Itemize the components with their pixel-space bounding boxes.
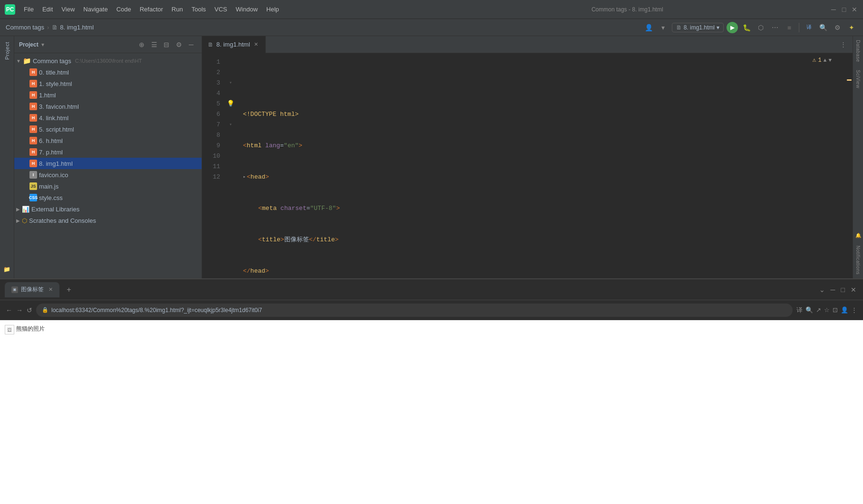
menu-refactor[interactable]: Refactor: [136, 4, 167, 14]
browser-close-button[interactable]: ✕: [849, 285, 858, 295]
browser-menu-button[interactable]: ⋮: [851, 306, 857, 314]
fold-arrow-icon[interactable]: ▸: [243, 172, 246, 182]
tree-file-7[interactable]: H 7. p.html: [14, 146, 202, 158]
translate-page-button[interactable]: 译: [796, 306, 803, 314]
code-line-6: </head>: [243, 266, 838, 276]
address-bar[interactable]: 🔒 localhost:63342/Common%20tags/8.%20img…: [36, 304, 793, 317]
coverage-button[interactable]: ⬡: [755, 22, 766, 33]
project-title-row: Project ▾: [19, 41, 134, 48]
warning-nav-up[interactable]: ▲: [824, 55, 827, 66]
browser-minimize-button[interactable]: ─: [829, 285, 837, 295]
menu-window[interactable]: Window: [232, 4, 262, 14]
line-num-3: 3: [202, 78, 220, 88]
avatar-button[interactable]: ▾: [658, 22, 669, 33]
back-button[interactable]: ←: [6, 306, 12, 314]
browser-maximize-button[interactable]: □: [839, 285, 847, 295]
stop-button[interactable]: ■: [784, 22, 795, 33]
menu-code[interactable]: Code: [113, 4, 135, 14]
refresh-button[interactable]: ↺: [27, 306, 32, 314]
app-logo: PC: [5, 4, 15, 15]
gutter-7[interactable]: ▾: [226, 120, 235, 130]
more-run-button[interactable]: ⋯: [769, 22, 781, 33]
breadcrumb-file[interactable]: 🗎 8. img1.html: [52, 24, 94, 31]
profile-button[interactable]: 👤: [841, 306, 848, 314]
menu-file[interactable]: File: [20, 4, 38, 14]
bulb-icon[interactable]: 💡: [227, 99, 234, 109]
gutter-3[interactable]: ▾: [226, 78, 235, 88]
tree-file-0[interactable]: H 0. title.html: [14, 67, 202, 78]
menu-tools[interactable]: Tools: [188, 4, 210, 14]
project-strip-folder[interactable]: 📁: [3, 262, 10, 276]
maximize-button[interactable]: □: [840, 6, 848, 13]
tree-file-6[interactable]: H 6. h.html: [14, 135, 202, 146]
gutter-5[interactable]: 💡: [226, 99, 235, 109]
menu-view[interactable]: View: [58, 4, 78, 14]
menu-vcs[interactable]: VCS: [211, 4, 231, 14]
warning-triangle-icon: ⚠: [813, 55, 816, 66]
project-folder-name: Common tags: [33, 57, 71, 65]
split-view-button[interactable]: ⊡: [833, 306, 838, 314]
zoom-button[interactable]: 🔍: [805, 306, 813, 314]
tree-file-8[interactable]: H 8. img1.html: [14, 158, 202, 169]
share-button[interactable]: ↗: [816, 306, 821, 314]
settings-button[interactable]: ⚙: [832, 22, 843, 33]
tab-close-button[interactable]: ✕: [253, 41, 260, 48]
sciview-tab[interactable]: SciView: [854, 66, 862, 92]
browser-chevron-button[interactable]: ⌄: [817, 285, 827, 295]
tree-file-4[interactable]: H 4. link.html: [14, 112, 202, 124]
menu-run[interactable]: Run: [168, 4, 187, 14]
minimize-button[interactable]: ─: [830, 6, 837, 13]
code-token: "UTF-8": [310, 203, 336, 214]
menu-edit[interactable]: Edit: [39, 4, 57, 14]
project-strip-label[interactable]: Project: [4, 38, 10, 64]
browser-tab-close[interactable]: ✕: [48, 286, 53, 293]
tree-root-folder[interactable]: ▼ 📁 Common tags C:\Users\13600\front end…: [14, 55, 202, 67]
debug-button[interactable]: 🐛: [741, 22, 752, 33]
bookmark-button[interactable]: ☆: [824, 306, 830, 314]
code-content[interactable]: ⚠ 1 ▲ ▼ <!DOCTYPE html> <html lang="en">…: [235, 53, 846, 278]
vcs-update-button[interactable]: 👤: [643, 22, 655, 33]
tree-file-3[interactable]: H 3. favicon.html: [14, 101, 202, 112]
tree-scratches[interactable]: ▶ ⬡ Scratches and Consoles: [14, 215, 202, 226]
lock-icon: 🔒: [42, 307, 48, 313]
ide-icon-button[interactable]: ✦: [846, 22, 857, 33]
close-button[interactable]: ✕: [851, 6, 858, 13]
tab-img1html[interactable]: 🗎 8. img1.html ✕: [202, 36, 266, 53]
run-button[interactable]: ▶: [727, 22, 738, 33]
tree-external-libraries[interactable]: ▶ 📊 External Libraries: [14, 203, 202, 215]
code-token: =: [306, 203, 310, 214]
forward-button[interactable]: →: [16, 306, 23, 314]
html-file-icon: H: [29, 68, 37, 76]
breadcrumb-project[interactable]: Common tags: [6, 24, 44, 31]
browser-tab-active[interactable]: ▣ 图像标签 ✕: [5, 282, 59, 297]
tree-file-9[interactable]: I favicon.ico: [14, 169, 202, 181]
sidebar-new-button[interactable]: ⊕: [136, 39, 147, 50]
tree-file-5[interactable]: H 5. script.html: [14, 124, 202, 135]
project-dropdown-icon[interactable]: ▾: [41, 41, 44, 48]
line-num-4: 4: [202, 88, 220, 99]
browser-new-tab-button[interactable]: +: [63, 284, 75, 295]
tree-file-11[interactable]: CSS style.css: [14, 192, 202, 203]
search-button[interactable]: 🔍: [817, 22, 829, 33]
tree-file-2[interactable]: H 1.html: [14, 89, 202, 101]
database-tab[interactable]: Database: [854, 36, 862, 66]
sidebar-collapse-button[interactable]: ⊟: [161, 39, 172, 50]
code-token: lang: [262, 141, 280, 151]
notifications-tab[interactable]: 🔔: [854, 228, 862, 242]
warning-nav-down[interactable]: ▼: [828, 55, 832, 66]
gutter-9: [226, 141, 235, 151]
code-editor[interactable]: 1 2 3 4 5 6 7 8 9 10 11 12 ▾ 💡: [202, 53, 853, 278]
sidebar-structure-button[interactable]: ☰: [148, 39, 160, 50]
tree-file-10[interactable]: JS main.js: [14, 181, 202, 192]
menu-help[interactable]: Help: [262, 4, 283, 14]
sidebar-minimize-button[interactable]: ─: [185, 39, 197, 50]
menu-navigate[interactable]: Navigate: [79, 4, 111, 14]
sidebar-title: Project: [19, 41, 39, 48]
translate-button[interactable]: 译: [803, 22, 815, 33]
code-line-5: <title>图像标签</title>: [243, 235, 838, 245]
sidebar-settings-button[interactable]: ⚙: [173, 39, 184, 50]
notifications-label[interactable]: Notifications: [854, 242, 862, 278]
run-config-dropdown[interactable]: 🗎 8. img1.html ▾: [672, 23, 724, 32]
tabs-more-button[interactable]: ⋮: [837, 39, 849, 50]
tree-file-1[interactable]: H 1. style.html: [14, 78, 202, 89]
